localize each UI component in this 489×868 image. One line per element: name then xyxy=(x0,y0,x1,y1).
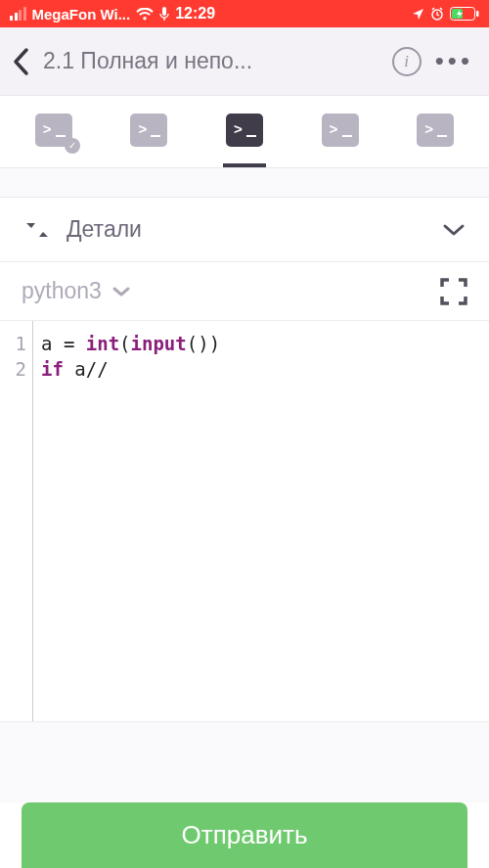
svg-rect-0 xyxy=(162,7,166,16)
chevron-down-icon[interactable] xyxy=(111,286,131,297)
gap xyxy=(0,168,489,198)
alarm-icon xyxy=(430,7,444,21)
terminal-icon: ✓ xyxy=(35,114,72,147)
header: 2.1 Полная и непо... i ••• xyxy=(0,27,489,96)
submit-label: Отправить xyxy=(182,820,308,850)
svg-rect-5 xyxy=(476,11,479,17)
line-gutter: 12 xyxy=(0,321,33,721)
wifi-icon xyxy=(136,8,154,21)
language-select[interactable]: python3 xyxy=(22,278,102,304)
fullscreen-button[interactable] xyxy=(440,278,467,305)
signal-icon xyxy=(10,7,26,21)
details-bar[interactable]: Детали xyxy=(0,198,489,262)
tab-1[interactable]: ✓ xyxy=(32,96,75,167)
code-editor[interactable]: 12 a = int(input()) if a// xyxy=(0,321,489,722)
more-button[interactable]: ••• xyxy=(435,46,477,76)
status-bar: MegaFon Wi... 12:29 xyxy=(0,0,489,27)
page-title: 2.1 Полная и непо... xyxy=(43,48,378,74)
tab-2[interactable] xyxy=(127,96,170,167)
battery-icon xyxy=(450,7,479,21)
submit-button[interactable]: Отправить xyxy=(22,802,467,868)
bottom-gap xyxy=(0,722,489,802)
tab-5[interactable] xyxy=(414,96,457,167)
details-icon xyxy=(23,218,51,242)
terminal-icon xyxy=(417,114,454,147)
details-label: Детали xyxy=(67,216,426,243)
terminal-icon xyxy=(130,114,167,147)
info-button[interactable]: i xyxy=(392,47,422,76)
terminal-icon xyxy=(226,114,263,147)
location-icon xyxy=(412,8,424,21)
mic-icon xyxy=(159,7,169,22)
language-bar: python3 xyxy=(0,262,489,321)
time-label: 12:29 xyxy=(175,5,215,23)
submit-wrap: Отправить xyxy=(0,802,489,868)
terminal-icon xyxy=(322,114,359,147)
status-right xyxy=(412,7,479,21)
tabs-bar: ✓ xyxy=(0,96,489,168)
tab-3[interactable] xyxy=(223,96,266,167)
carrier-label: MegaFon Wi... xyxy=(32,6,131,23)
code-area[interactable]: a = int(input()) if a// xyxy=(33,321,489,721)
back-button[interactable] xyxy=(12,47,29,76)
tab-4[interactable] xyxy=(319,96,362,167)
chevron-down-icon xyxy=(442,223,466,237)
status-left: MegaFon Wi... 12:29 xyxy=(10,5,215,23)
